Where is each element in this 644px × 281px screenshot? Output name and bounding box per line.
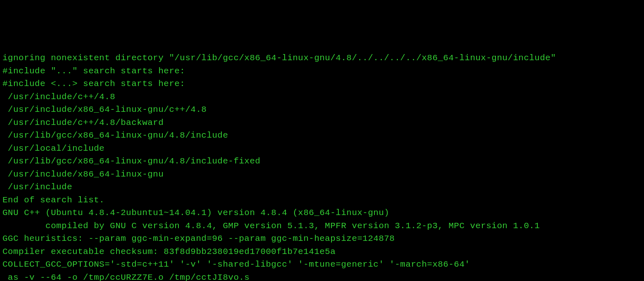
terminal-line: /usr/include/c++/4.8	[2, 91, 642, 104]
terminal-line: /usr/include/x86_64-linux-gnu	[2, 168, 642, 181]
terminal-line: End of search list.	[2, 194, 642, 207]
terminal-output[interactable]: ignoring nonexistent directory "/usr/lib…	[2, 52, 642, 281]
terminal-line: as -v --64 -o /tmp/ccURZZ7E.o /tmp/cctJI…	[2, 271, 642, 281]
terminal-line: /usr/include/x86_64-linux-gnu/c++/4.8	[2, 103, 642, 116]
terminal-line: compiled by GNU C version 4.8.4, GMP ver…	[2, 220, 642, 233]
terminal-line: GNU C++ (Ubuntu 4.8.4-2ubuntu1~14.04.1) …	[2, 206, 642, 220]
terminal-line: #include "..." search starts here:	[2, 65, 642, 78]
terminal-line: /usr/lib/gcc/x86_64-linux-gnu/4.8/includ…	[2, 129, 642, 142]
terminal-line: #include <...> search starts here:	[2, 77, 642, 91]
terminal-line: /usr/include/c++/4.8/backward	[2, 116, 642, 129]
terminal-line: /usr/local/include	[2, 142, 642, 155]
terminal-line: GGC heuristics: --param ggc-min-expand=9…	[2, 232, 642, 245]
terminal-line: Compiler executable checksum: 83f8d9bb23…	[2, 245, 642, 258]
terminal-line: COLLECT_GCC_OPTIONS='-std=c++11' '-v' '-…	[2, 258, 642, 271]
terminal-line: /usr/lib/gcc/x86_64-linux-gnu/4.8/includ…	[2, 155, 642, 168]
terminal-line: /usr/include	[2, 181, 642, 194]
terminal-line: ignoring nonexistent directory "/usr/lib…	[2, 52, 642, 65]
